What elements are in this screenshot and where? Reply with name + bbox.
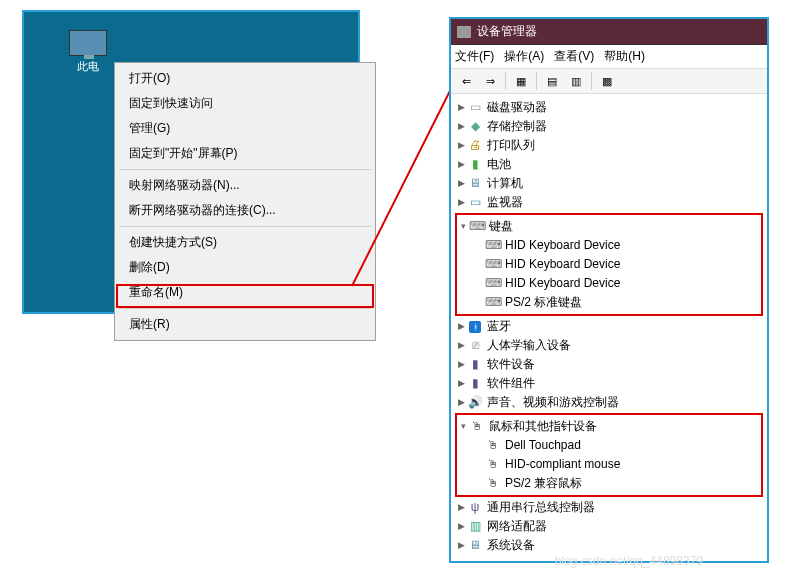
node-mouse-dell[interactable]: 🖱Dell Touchpad (485, 436, 761, 455)
menu-rename[interactable]: 重命名(M) (117, 280, 373, 305)
node-kb-hid2[interactable]: ⌨HID Keyboard Device (485, 255, 761, 274)
node-system[interactable]: ▶🖥系统设备 (455, 536, 763, 555)
printer-icon: 🖨 (467, 138, 483, 154)
toolbar-btn-1[interactable]: ▦ (510, 71, 532, 91)
menu-help[interactable]: 帮助(H) (604, 48, 645, 65)
menu-manage[interactable]: 管理(G) (117, 116, 373, 141)
node-audio[interactable]: ▶🔊声音、视频和游戏控制器 (455, 393, 763, 412)
menu-shortcut[interactable]: 创建快捷方式(S) (117, 230, 373, 255)
node-soft-comp[interactable]: ▶▮软件组件 (455, 374, 763, 393)
menu-bar: 文件(F) 操作(A) 查看(V) 帮助(H) (451, 45, 767, 69)
disk-icon: ▭ (467, 100, 483, 116)
menu-open[interactable]: 打开(O) (117, 66, 373, 91)
keyboard-icon: ⌨ (485, 276, 501, 292)
highlight-keyboard: ▾⌨键盘 ⌨HID Keyboard Device ⌨HID Keyboard … (455, 213, 763, 316)
node-kb-hid3[interactable]: ⌨HID Keyboard Device (485, 274, 761, 293)
usb-icon: ψ (467, 500, 483, 516)
hid-icon: ⎚ (467, 338, 483, 354)
node-bluetooth[interactable]: ▶ᚼ蓝牙 (455, 317, 763, 336)
this-pc-icon[interactable]: 此电 (64, 30, 112, 74)
separator (119, 169, 371, 170)
separator (119, 226, 371, 227)
node-monitor[interactable]: ▶▭监视器 (455, 193, 763, 212)
mouse-icon: 🖱 (469, 419, 485, 435)
software-icon: ▮ (467, 376, 483, 392)
keyboard-icon: ⌨ (485, 238, 501, 254)
this-pc-label: 此电 (64, 59, 112, 74)
node-mouse[interactable]: ▾🖱鼠标和其他指针设备 (457, 417, 761, 436)
menu-pin-quick[interactable]: 固定到快速访问 (117, 91, 373, 116)
back-button[interactable]: ⇐ (455, 71, 477, 91)
node-storage[interactable]: ▶◆存储控制器 (455, 117, 763, 136)
menu-delete[interactable]: 删除(D) (117, 255, 373, 280)
desktop-area: 此电 打开(O) 固定到快速访问 管理(G) 固定到"开始"屏幕(P) 映射网络… (22, 10, 360, 314)
monitor-icon: ▭ (467, 195, 483, 211)
node-hid[interactable]: ▶⎚人体学输入设备 (455, 336, 763, 355)
separator (536, 72, 537, 90)
network-icon: ▥ (467, 519, 483, 535)
context-menu: 打开(O) 固定到快速访问 管理(G) 固定到"开始"屏幕(P) 映射网络驱动器… (114, 62, 376, 341)
window-title: 设备管理器 (477, 23, 537, 40)
mouse-icon: 🖱 (485, 476, 501, 492)
node-disk[interactable]: ▶▭磁盘驱动器 (455, 98, 763, 117)
node-mouse-ps2[interactable]: 🖱PS/2 兼容鼠标 (485, 474, 761, 493)
device-manager-window: 设备管理器 文件(F) 操作(A) 查看(V) 帮助(H) ⇐ ⇒ ▦ ▤ ▥ … (449, 17, 769, 563)
separator (505, 72, 506, 90)
separator (591, 72, 592, 90)
toolbar-btn-2[interactable]: ▤ (541, 71, 563, 91)
keyboard-icon: ⌨ (485, 257, 501, 273)
forward-button[interactable]: ⇒ (479, 71, 501, 91)
title-bar: 设备管理器 (451, 19, 767, 45)
node-mouse-hid[interactable]: 🖱HID-compliant mouse (485, 455, 761, 474)
monitor-icon (69, 30, 107, 56)
bluetooth-icon: ᚼ (467, 319, 483, 335)
mouse-icon: 🖱 (485, 457, 501, 473)
node-network[interactable]: ▶▥网络适配器 (455, 517, 763, 536)
audio-icon: 🔊 (467, 395, 483, 411)
toolbar: ⇐ ⇒ ▦ ▤ ▥ ▩ (451, 69, 767, 94)
keyboard-icon: ⌨ (485, 295, 501, 311)
node-keyboard[interactable]: ▾⌨键盘 (457, 217, 761, 236)
toolbar-btn-4[interactable]: ▩ (596, 71, 618, 91)
node-soft-dev[interactable]: ▶▮软件设备 (455, 355, 763, 374)
node-kb-ps2[interactable]: ⌨PS/2 标准键盘 (485, 293, 761, 312)
battery-icon: ▮ (467, 157, 483, 173)
computer-icon: 🖥 (467, 176, 483, 192)
controller-icon: ◆ (467, 119, 483, 135)
software-icon: ▮ (467, 357, 483, 373)
node-battery[interactable]: ▶▮电池 (455, 155, 763, 174)
separator (119, 308, 371, 309)
menu-action[interactable]: 操作(A) (504, 48, 544, 65)
node-computer[interactable]: ▶🖥计算机 (455, 174, 763, 193)
mouse-icon: 🖱 (485, 438, 501, 454)
window-icon (457, 26, 471, 38)
menu-properties[interactable]: 属性(R) (117, 312, 373, 337)
menu-view[interactable]: 查看(V) (554, 48, 594, 65)
node-kb-hid1[interactable]: ⌨HID Keyboard Device (485, 236, 761, 255)
highlight-mouse: ▾🖱鼠标和其他指针设备 🖱Dell Touchpad 🖱HID-complian… (455, 413, 763, 497)
menu-map-drive[interactable]: 映射网络驱动器(N)... (117, 173, 373, 198)
device-tree: ▶▭磁盘驱动器 ▶◆存储控制器 ▶🖨打印队列 ▶▮电池 ▶🖥计算机 ▶▭监视器 … (451, 94, 767, 561)
menu-file[interactable]: 文件(F) (455, 48, 494, 65)
menu-disconnect[interactable]: 断开网络驱动器的连接(C)... (117, 198, 373, 223)
node-printer[interactable]: ▶🖨打印队列 (455, 136, 763, 155)
keyboard-icon: ⌨ (469, 219, 485, 235)
menu-pin-start[interactable]: 固定到"开始"屏幕(P) (117, 141, 373, 166)
toolbar-btn-3[interactable]: ▥ (565, 71, 587, 91)
node-usb[interactable]: ▶ψ通用串行总线控制器 (455, 498, 763, 517)
system-icon: 🖥 (467, 538, 483, 554)
